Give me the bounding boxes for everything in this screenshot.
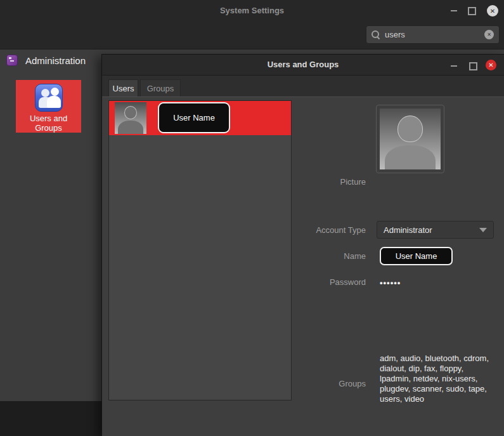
password-label: Password bbox=[330, 277, 366, 287]
close-icon[interactable] bbox=[487, 5, 498, 17]
user-list[interactable]: User Name bbox=[108, 100, 292, 400]
user-avatar-small bbox=[115, 102, 146, 134]
administration-icon bbox=[6, 55, 18, 66]
user-list-row[interactable]: User Name bbox=[109, 101, 291, 135]
user-name-edit-field[interactable]: User Name bbox=[158, 102, 230, 133]
search-input[interactable]: users bbox=[366, 25, 500, 44]
name-field[interactable]: User Name bbox=[380, 247, 453, 265]
tab-users[interactable]: Users bbox=[108, 79, 138, 96]
account-type-value: Administrator bbox=[384, 225, 479, 235]
dialog-close-icon[interactable] bbox=[486, 60, 496, 70]
dialog-minimize-icon[interactable] bbox=[449, 60, 458, 72]
account-type-label: Account Type bbox=[316, 225, 366, 235]
search-icon bbox=[372, 30, 380, 39]
administration-section-header: Administration bbox=[6, 55, 86, 66]
users-and-groups-tile[interactable]: Users and Groups bbox=[16, 80, 81, 133]
maximize-icon[interactable] bbox=[467, 5, 476, 17]
tab-groups[interactable]: Groups bbox=[140, 79, 181, 96]
account-type-dropdown[interactable]: Administrator bbox=[377, 221, 494, 239]
chevron-down-icon bbox=[479, 228, 487, 232]
tab-strip: Users Groups bbox=[102, 76, 504, 96]
users-groups-icon bbox=[35, 84, 63, 112]
picture-label: Picture bbox=[340, 177, 366, 187]
minimize-icon[interactable] bbox=[449, 5, 458, 17]
name-label: Name bbox=[344, 251, 366, 261]
dialog-content: User Name Picture Account Type Administr… bbox=[102, 96, 504, 436]
window-title: System Settings bbox=[0, 6, 504, 15]
system-settings-titlebar: System Settings users bbox=[0, 0, 504, 50]
dialog-title: Users and Groups bbox=[102, 60, 504, 69]
users-and-groups-tile-label: Users and Groups bbox=[23, 114, 74, 133]
search-value[interactable]: users bbox=[385, 30, 484, 39]
groups-value[interactable]: adm, audio, bluetooth, cdrom, dialout, d… bbox=[380, 353, 491, 404]
users-and-groups-dialog: Users and Groups Users Groups User Name … bbox=[101, 54, 504, 436]
dialog-titlebar[interactable]: Users and Groups bbox=[102, 55, 504, 76]
user-avatar-large bbox=[380, 109, 441, 169]
administration-section-label: Administration bbox=[25, 55, 86, 66]
dialog-maximize-icon[interactable] bbox=[468, 60, 477, 72]
clear-search-icon[interactable] bbox=[484, 30, 494, 39]
groups-label: Groups bbox=[339, 379, 366, 388]
picture-button[interactable] bbox=[376, 105, 444, 173]
password-value[interactable]: •••••• bbox=[380, 278, 401, 287]
